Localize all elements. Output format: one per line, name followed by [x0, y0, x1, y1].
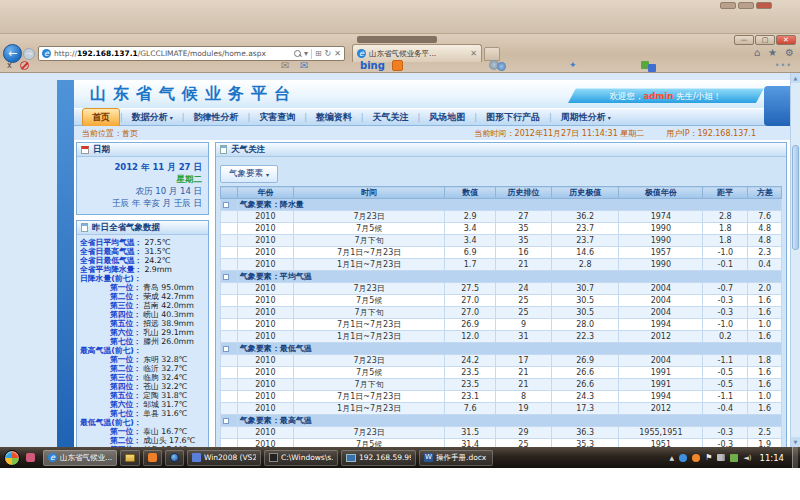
send-mail-icon[interactable]: ✉	[300, 60, 308, 71]
show-hidden-icons-caret[interactable]: ▲	[670, 454, 675, 461]
show-desktop-button[interactable]	[792, 447, 798, 468]
volume-icon[interactable]: ◄)	[743, 454, 751, 462]
scrollbar-thumb[interactable]	[792, 145, 799, 250]
taskbar-button-rdp[interactable]: 192.168.59.99...	[341, 450, 416, 466]
table-cell: 35	[495, 235, 551, 247]
toolbar-icon-5[interactable]	[648, 64, 656, 72]
blocked-icon[interactable]	[20, 61, 29, 70]
stat-label: 第五位：	[110, 319, 141, 328]
maximize-icon[interactable]	[738, 2, 754, 9]
panel-icon	[220, 145, 227, 154]
taskbar-button-word[interactable]: W操作手册.docx ...	[419, 450, 493, 466]
group-checkbox[interactable]	[223, 418, 229, 424]
group-checkbox[interactable]	[223, 346, 229, 352]
element-filter-button[interactable]: 气象要素 ▾	[220, 165, 278, 183]
stat-value: 泰山 16.7℃	[143, 427, 187, 436]
minimize-icon[interactable]	[720, 2, 736, 9]
action-center-flag-icon[interactable]: ⚑	[705, 454, 712, 462]
tab-close-icon[interactable]: ✕	[470, 49, 477, 58]
table-row: 20107月23日31.52936.31955,1951-0.32.5	[221, 427, 782, 439]
stop-icon[interactable]: ✕	[334, 49, 341, 58]
stat-label: 全省日最低气温：	[80, 256, 142, 265]
table-cell: 1991	[619, 367, 703, 379]
update-tray-icon[interactable]	[730, 454, 738, 462]
menu-item-2[interactable]: 韵律性分析	[184, 109, 247, 126]
stat-value: 27.5℃	[144, 238, 170, 247]
row-checkbox-cell	[221, 283, 238, 295]
table-cell: 8	[495, 391, 551, 403]
sidebar-rank-row: 第六位：乳山 29.1mm	[80, 328, 205, 337]
browser-chrome: — ▢ ✕ ← → e http://192.168.137.1/GLCCLIM…	[0, 34, 800, 73]
home-icon[interactable]: ⌂	[754, 47, 760, 58]
bing-badge-icon[interactable]	[392, 60, 403, 71]
new-tab-button[interactable]	[484, 47, 500, 61]
table-cell: 2004	[619, 355, 703, 367]
toolbar-icon-3[interactable]: ✦	[569, 60, 577, 70]
table-cell: 2004	[619, 283, 703, 295]
taskbar-clock[interactable]: 11:14	[760, 453, 785, 463]
taskbar-button-folder[interactable]	[120, 450, 140, 466]
table-cell: 2.8	[551, 259, 618, 271]
taskbar-button-cmd[interactable]: C:\Windows\s...	[264, 450, 338, 466]
table-row: 20107月5候3.43523.719901.84.8	[221, 223, 782, 235]
table-cell: 2010	[237, 295, 293, 307]
table-cell: 27.0	[445, 295, 495, 307]
url-text[interactable]: http://192.168.137.1/GLCCLIMATE/modules/…	[54, 49, 291, 58]
menu-item-6[interactable]: 风场地图	[420, 109, 474, 126]
taskbar-button-app-orange[interactable]	[143, 450, 162, 466]
sidebar-section-row: 最高气温(前七)：	[80, 346, 205, 355]
refresh-icon[interactable]: ↻	[325, 49, 332, 58]
table-cell: 1.8	[748, 355, 782, 367]
sidebar-section-row: 最低气温(前七)：	[80, 418, 205, 427]
group-checkbox[interactable]	[223, 274, 229, 280]
security-tray-icon[interactable]	[692, 454, 700, 462]
weather-focus-body: 气象要素 ▾ 年份时间数值历史排位历史极值极值年份距平方差 气象要素：降水量20…	[216, 157, 786, 447]
group-checkbox[interactable]	[223, 202, 229, 208]
pinned-app-icon[interactable]	[26, 453, 35, 462]
group-label: 气象要素：最高气温	[237, 415, 781, 427]
close-icon[interactable]	[756, 2, 772, 9]
toolbar-icon-2[interactable]	[497, 62, 506, 71]
table-cell: 21	[495, 259, 551, 271]
stat-value: 临沂 32.7℃	[143, 364, 187, 373]
address-bar[interactable]: e http://192.168.137.1/GLCCLIMATE/module…	[38, 46, 345, 61]
menu-item-7[interactable]: 图形下行产品	[477, 109, 549, 126]
menu-item-1[interactable]: 数据分析▾	[123, 109, 182, 126]
taskbar-button-vs[interactable]: Win2008 (VS2...	[187, 450, 261, 466]
stat-value: 邹城 31.7℃	[143, 400, 187, 409]
table-cell: 7月5候	[293, 223, 444, 235]
stat-label: 全省日平均气温：	[80, 238, 142, 247]
menu-item-4[interactable]: 整编资料	[307, 109, 361, 126]
back-button[interactable]: ←	[3, 44, 22, 63]
taskbar-button-ie[interactable]: e山东省气候业...	[43, 450, 117, 466]
table-cell: 1.9	[748, 439, 782, 448]
favorites-star-icon[interactable]: ★	[768, 47, 777, 58]
scroll-up-arrow[interactable]: ▲	[791, 73, 800, 83]
table-cell: 1957	[619, 247, 703, 259]
network-tray-icon[interactable]	[717, 454, 725, 461]
table-row: 20107月5候31.42535.31951-0.31.9	[221, 439, 782, 448]
messenger-tray-icon[interactable]	[679, 454, 687, 462]
stat-value: 莒南 42.0mm	[143, 301, 194, 310]
settings-gear-icon[interactable]: ⚙	[785, 47, 794, 58]
search-icon[interactable]	[294, 50, 301, 57]
taskbar-button-media[interactable]	[165, 450, 184, 466]
menu-item-8[interactable]: 周期性分析▾	[552, 109, 620, 126]
page-scrollbar[interactable]: ▲ ▼	[790, 73, 800, 447]
bing-logo[interactable]: bing	[360, 60, 385, 71]
menu-item-5[interactable]: 天气关注	[364, 109, 418, 126]
scroll-down-arrow[interactable]: ▼	[791, 437, 800, 447]
toolbar-close-label[interactable]: x	[7, 61, 12, 70]
table-row: 20107月下旬23.52126.61991-0.51.6	[221, 379, 782, 391]
mail-icon[interactable]: ✉	[281, 60, 289, 71]
start-button[interactable]	[4, 450, 20, 466]
menu-item-3[interactable]: 灾害查询	[250, 109, 304, 126]
compatibility-icon[interactable]: ⊞	[315, 49, 322, 58]
forward-button[interactable]: →	[23, 48, 35, 60]
menu-item-0[interactable]: 首页	[82, 108, 120, 127]
search-dropdown-caret[interactable]: ▾	[304, 49, 308, 58]
page-header: 山东省气候业务平台 欢迎您，admin 先生/小姐！	[74, 80, 790, 108]
row-checkbox-cell	[221, 427, 238, 439]
more-options-dots[interactable]: •••	[775, 61, 792, 70]
table-cell: 30.5	[551, 307, 618, 319]
